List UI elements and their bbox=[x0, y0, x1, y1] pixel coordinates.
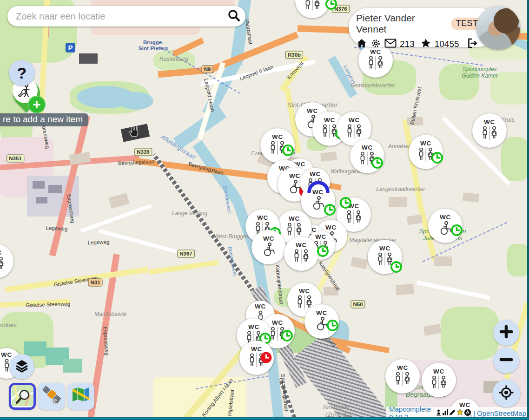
wc-marker[interactable]: WC bbox=[304, 304, 339, 339]
hand-cursor-icon bbox=[128, 124, 143, 140]
help-button[interactable]: ? bbox=[9, 60, 35, 86]
messages-count: 213 bbox=[400, 39, 415, 49]
open-clock-badge-icon bbox=[339, 197, 352, 209]
statue-icon[interactable] bbox=[436, 409, 442, 417]
open-clock-badge-icon bbox=[390, 261, 403, 273]
wc-marker[interactable]: WC bbox=[385, 359, 420, 394]
wc-marker[interactable]: WC bbox=[295, 0, 330, 18]
user-name: Pieter Vander Vennet bbox=[356, 13, 447, 35]
wc-marker[interactable]: WC bbox=[368, 240, 402, 274]
minus-icon bbox=[499, 352, 514, 369]
avatar[interactable] bbox=[476, 6, 520, 50]
viewport-edge bbox=[0, 417, 529, 420]
open-clock-badge-icon bbox=[450, 224, 463, 236]
closed-clock-badge-icon bbox=[260, 351, 272, 364]
logout-icon[interactable] bbox=[466, 38, 478, 51]
geolocate-button[interactable] bbox=[492, 380, 520, 407]
settings-gear-icon[interactable] bbox=[370, 38, 381, 51]
wc-marker[interactable]: WC bbox=[251, 230, 286, 264]
open-clock-badge-icon bbox=[281, 329, 293, 342]
open-clock-badge-icon bbox=[371, 157, 384, 169]
attribution-icons bbox=[436, 409, 471, 418]
marker-layer: WCWCWCWCWCWCWCWCWCWCWCWCWCWCWCWCWCWCWCWC… bbox=[0, 0, 529, 420]
open-clock-badge-icon bbox=[326, 319, 339, 332]
wc-marker-label: WC bbox=[324, 117, 335, 124]
basemap-option-satellite[interactable] bbox=[38, 383, 65, 410]
home-icon[interactable] bbox=[356, 38, 367, 51]
wc-marker-label: WC bbox=[362, 144, 373, 151]
wc-marker-label: WC bbox=[315, 234, 326, 240]
wc-marker-label: WC bbox=[379, 245, 390, 252]
mf-pictogram-icon bbox=[430, 375, 448, 392]
search-icon[interactable] bbox=[227, 8, 241, 24]
mf-pictogram-icon bbox=[345, 124, 364, 140]
viewport-edge bbox=[527, 0, 529, 420]
dome-marker-icon[interactable] bbox=[307, 181, 330, 195]
plus-icon bbox=[499, 324, 514, 341]
mf-pictogram-icon bbox=[0, 256, 6, 273]
add-item-plus-button[interactable]: + bbox=[28, 96, 46, 113]
wc-marker-label: WC bbox=[289, 216, 300, 222]
wc-marker-label: WC bbox=[257, 215, 268, 221]
wc-marker-label: WC bbox=[289, 173, 300, 179]
wc-marker-label: WC bbox=[272, 320, 283, 326]
mf-pictogram-icon bbox=[366, 56, 385, 72]
wc-marker[interactable]: WC bbox=[422, 363, 456, 397]
zoom-out-button[interactable] bbox=[493, 348, 519, 374]
mf-pictogram-icon bbox=[344, 210, 363, 226]
wc-marker-label: WC bbox=[484, 119, 495, 125]
wc-marker[interactable]: WC bbox=[0, 244, 13, 278]
award-icon[interactable] bbox=[456, 409, 463, 417]
wc-marker[interactable]: WC bbox=[428, 209, 463, 243]
wc-marker-label: WC bbox=[440, 214, 451, 221]
wc-marker-label: WC bbox=[349, 117, 360, 124]
osm-carto-icon bbox=[12, 385, 33, 408]
community-icon[interactable] bbox=[464, 409, 471, 418]
wc-marker[interactable]: WC bbox=[260, 128, 295, 163]
folded-map-icon bbox=[71, 385, 91, 407]
pencil-icon[interactable] bbox=[449, 409, 456, 417]
zoom-in-button[interactable] bbox=[493, 320, 519, 346]
search-bar[interactable] bbox=[7, 6, 245, 26]
wc-marker-label: WC bbox=[248, 324, 259, 330]
stats-icon[interactable] bbox=[442, 409, 449, 417]
map-canvas[interactable]: P Brugge- Sint-PietersRustenburgVaartstr… bbox=[0, 0, 529, 420]
wc-marker-label: WC bbox=[325, 224, 337, 231]
star-icon[interactable] bbox=[420, 38, 431, 51]
attribution-separator: | bbox=[473, 409, 475, 417]
user-panel[interactable]: Pieter Vander Vennet TESTING 213 10455 bbox=[349, 8, 498, 47]
open-clock-badge-icon bbox=[282, 144, 294, 157]
wc-marker-label: WC bbox=[0, 249, 2, 256]
mf-pictogram-icon bbox=[480, 126, 499, 142]
basemap-option-folded-map[interactable] bbox=[67, 383, 94, 410]
wc-marker[interactable]: WC bbox=[409, 135, 443, 169]
wc-marker-label: WC bbox=[397, 365, 408, 371]
wc-marker-label: WC bbox=[433, 368, 444, 375]
wc-marker-label: WC bbox=[272, 134, 283, 140]
wheelchair-pictogram-icon bbox=[261, 243, 277, 259]
wc-marker[interactable]: WC bbox=[472, 113, 507, 148]
wc-marker[interactable]: WC bbox=[239, 341, 274, 375]
attribution-osm-link[interactable]: OpenStreetMap bbox=[477, 409, 526, 417]
mf-pictogram-icon bbox=[292, 249, 311, 265]
mf-pictogram-icon bbox=[393, 372, 412, 388]
layers-button[interactable] bbox=[9, 354, 34, 379]
wc-marker[interactable]: WC bbox=[284, 236, 318, 271]
layers-icon bbox=[14, 358, 29, 375]
search-input[interactable] bbox=[15, 11, 227, 22]
open-clock-badge-icon bbox=[325, 0, 337, 10]
wc-marker-label: WC bbox=[310, 171, 321, 177]
wc-marker-label: WC bbox=[420, 140, 431, 147]
wc-marker-label: WC bbox=[255, 303, 266, 310]
open-clock-badge-icon bbox=[324, 203, 336, 216]
wc-marker[interactable]: WC bbox=[350, 139, 384, 173]
satellite-icon bbox=[41, 385, 62, 407]
basemap-option-osm-carto[interactable] bbox=[9, 383, 36, 410]
envelope-icon[interactable] bbox=[384, 39, 397, 50]
open-clock-badge-icon bbox=[431, 151, 443, 164]
wc-marker-label: WC bbox=[299, 288, 310, 295]
wc-marker-label: WC bbox=[296, 242, 307, 249]
wc-marker-label: WC bbox=[307, 108, 318, 114]
wc-marker-label: WC bbox=[263, 236, 274, 242]
wc-marker-label: WC bbox=[1, 352, 12, 358]
